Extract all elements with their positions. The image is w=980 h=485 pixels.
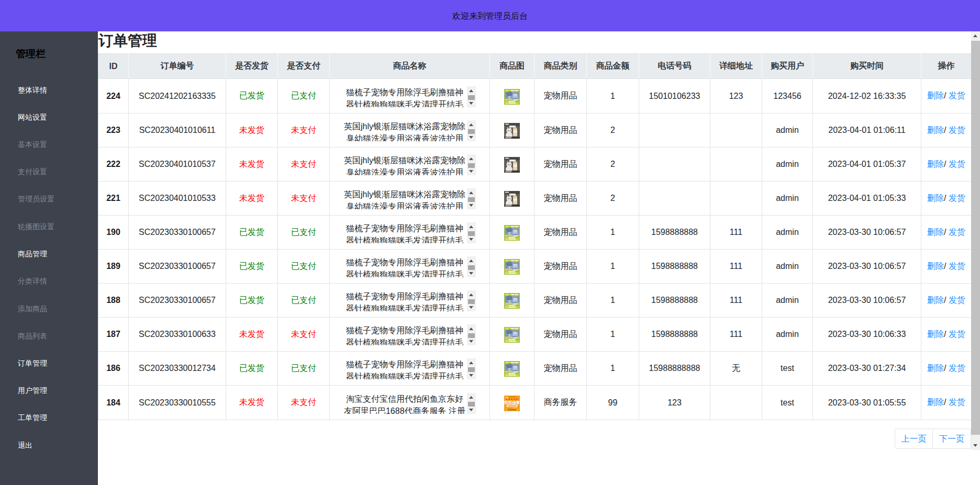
svg-text:邦邦信誉: 邦邦信誉 [504,400,520,404]
